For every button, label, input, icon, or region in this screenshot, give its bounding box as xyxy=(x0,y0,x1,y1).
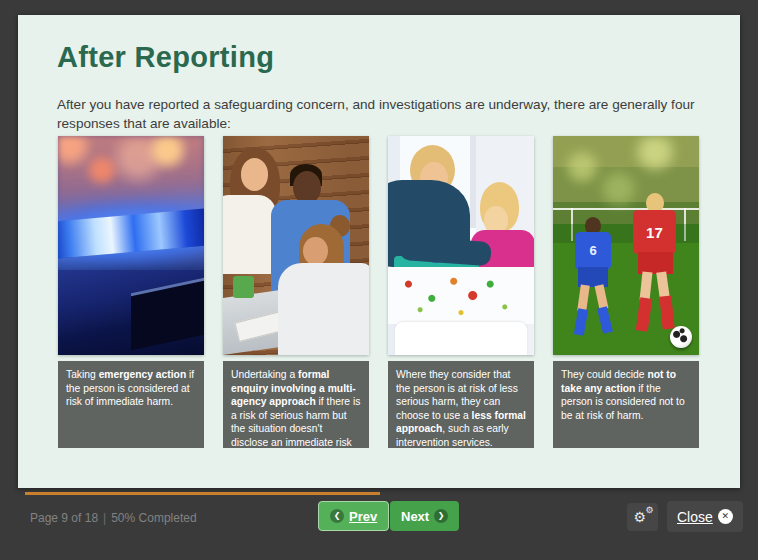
responses-row: Taking emergency action if the person is… xyxy=(58,136,718,448)
soccer-blue-sock xyxy=(597,306,613,334)
photo-multi-agency-meeting-icon xyxy=(223,136,369,355)
craft-table-beads xyxy=(388,267,534,324)
course-player: After Reporting After you have reported … xyxy=(0,0,758,560)
caption-no-action: They could decide not to take any action… xyxy=(553,361,699,448)
next-button-label: Next xyxy=(401,509,429,524)
caption-less-formal: Where they consider that the person is a… xyxy=(388,361,534,448)
soccer-red-sock xyxy=(635,297,651,331)
chevron-left-circle-icon: ❮ xyxy=(330,509,344,523)
caption-formal-enquiry: Undertaking a formal enquiry involving a… xyxy=(223,361,369,448)
craft-table-front xyxy=(395,322,526,355)
settings-button[interactable]: ⚙ ⚙ xyxy=(627,503,658,531)
photo-police-lights-icon xyxy=(58,136,204,355)
completed-percent: 50% Completed xyxy=(111,511,196,525)
page-title: After Reporting xyxy=(57,41,274,74)
meeting-woman2-face xyxy=(303,237,328,265)
close-circle-icon: ✕ xyxy=(718,509,733,524)
response-card-less-formal: Where they consider that the person is a… xyxy=(388,136,534,448)
craft-window-frame xyxy=(470,136,476,228)
soccer-ball xyxy=(670,326,692,348)
slide-card: After Reporting After you have reported … xyxy=(18,15,740,488)
meeting-green-mug xyxy=(233,276,253,298)
page-progress-text: Page 9 of 18|50% Completed xyxy=(30,511,197,525)
next-button[interactable]: Next ❯ xyxy=(390,501,459,531)
progress-bar xyxy=(25,492,380,495)
soccer-red-jersey: 17 xyxy=(633,210,675,254)
soccer-red-sock xyxy=(659,295,674,329)
soccer-red-leg xyxy=(639,271,652,300)
page-info-divider: | xyxy=(103,511,106,525)
chevron-right-circle-icon: ❯ xyxy=(434,509,448,523)
red-jersey-number: 17 xyxy=(646,224,663,241)
caption-emergency-action: Taking emergency action if the person is… xyxy=(58,361,204,448)
soccer-blue-jersey: 6 xyxy=(575,232,612,269)
soccer-trees-bokeh xyxy=(553,136,699,224)
response-card-formal-enquiry: Undertaking a formal enquiry involving a… xyxy=(223,136,369,448)
photo-adult-child-play-icon xyxy=(388,136,534,355)
soccer-blue-sock xyxy=(574,308,589,336)
close-button[interactable]: Close ✕ xyxy=(667,501,743,532)
meeting-woman1-body xyxy=(223,195,276,274)
meeting-man-face xyxy=(293,171,321,204)
meeting-woman2-blazer xyxy=(278,263,369,355)
prev-button[interactable]: ❮ Prev xyxy=(318,501,389,531)
intro-text: After you have reported a safeguarding c… xyxy=(57,95,712,134)
close-button-label: Close xyxy=(677,509,713,525)
page-number: Page 9 of 18 xyxy=(30,511,98,525)
gears-icon: ⚙ ⚙ xyxy=(634,509,652,525)
response-card-no-action: 6 17 They could decide not to take any a… xyxy=(553,136,699,448)
soccer-goal-crossbar xyxy=(553,208,699,210)
response-card-emergency-action: Taking emergency action if the person is… xyxy=(58,136,204,448)
soccer-red-leg xyxy=(656,271,670,298)
prev-button-label: Prev xyxy=(349,509,377,524)
photo-children-football-icon: 6 17 xyxy=(553,136,699,355)
meeting-woman1-face xyxy=(241,158,269,191)
blue-jersey-number: 6 xyxy=(590,243,597,258)
